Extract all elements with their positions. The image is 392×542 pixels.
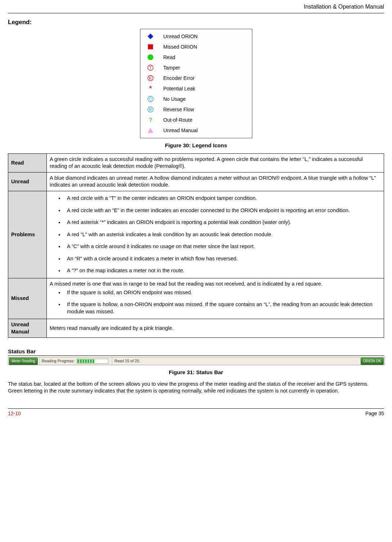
row-desc: A missed meter is one that was in range … xyxy=(47,278,384,319)
separator-icon xyxy=(39,357,40,365)
manual-title: Installation & Operation Manual xyxy=(304,4,384,10)
table-row: Missed A missed meter is one that was in… xyxy=(8,278,384,319)
legend-label: Missed ORION xyxy=(157,44,197,50)
legend-label: Unread ORION xyxy=(157,33,198,40)
list-item: If the square is solid, an ORION endpoin… xyxy=(64,289,381,296)
list-item: A red circle with an “E” in the center i… xyxy=(64,207,381,214)
legend-row: Missed ORION xyxy=(144,42,248,52)
pink-triangle-icon xyxy=(144,127,157,133)
row-desc: Meters read manually are indicated by a … xyxy=(47,319,384,338)
page-header: Installation & Operation Manual xyxy=(8,0,384,13)
asterisk-icon: * xyxy=(144,86,157,91)
legend-row: R Reverse Flow xyxy=(144,104,248,115)
svg-text:*: * xyxy=(149,86,152,91)
legend-label: No Usage xyxy=(157,96,186,103)
svg-marker-13 xyxy=(148,128,153,133)
red-square-icon xyxy=(144,44,157,50)
row-desc: A blue diamond indicates an unread meter… xyxy=(47,172,384,191)
list-item: A “C” with a circle around it indicates … xyxy=(64,243,381,250)
row-label: Read xyxy=(8,153,47,172)
figure-30-caption: Figure 30: Legend Icons xyxy=(8,142,384,149)
table-row: Problems A red circle with a “T” in the … xyxy=(8,191,384,278)
list-item: A “?” on the map indicates a meter not i… xyxy=(64,267,381,274)
figure-31-caption: Figure 31: Status Bar xyxy=(8,369,384,376)
separator-icon xyxy=(112,357,113,365)
list-item: A red circle with a “T” in the center in… xyxy=(64,195,381,202)
legend-label: Unread Manual xyxy=(157,127,198,134)
row-desc: A red circle with a “T” in the center in… xyxy=(47,191,384,278)
row-label: Missed xyxy=(8,278,47,319)
legend-figure: Unread ORION Missed ORION Read T Tamper … xyxy=(8,29,384,138)
svg-rect-1 xyxy=(148,44,153,49)
svg-text:R: R xyxy=(149,107,152,112)
svg-text:C: C xyxy=(149,97,152,101)
progress-text: Read 15 of 25 xyxy=(114,358,139,364)
svg-text:E: E xyxy=(149,76,152,80)
row-intro: A missed meter is one that was in range … xyxy=(50,281,323,287)
legend-label: Reverse Flow xyxy=(157,106,194,113)
list-item: An “R” with a circle around it indicates… xyxy=(64,255,381,263)
legend-row: T Tamper xyxy=(144,63,248,73)
green-circle-icon xyxy=(144,54,157,61)
legend-row: E Encoder Error xyxy=(144,73,248,84)
legend-label: Potential Leak xyxy=(157,85,195,92)
no-usage-c-icon: C xyxy=(144,96,157,102)
svg-text:?: ? xyxy=(149,117,152,123)
row-label: Unread xyxy=(8,172,47,191)
status-bar-paragraph: The status bar, located at the bottom of… xyxy=(8,381,384,395)
row-label: Unread Manual xyxy=(8,319,47,338)
legend-row: Read xyxy=(144,52,248,63)
meter-reading-chip: Meter Reading xyxy=(9,358,38,365)
page-footer: 12-10 Page 35 xyxy=(8,408,384,417)
legend-label: Out-of-Route xyxy=(157,117,193,124)
orion-ok-chip: ORION OK xyxy=(361,358,384,365)
legend-box: Unread ORION Missed ORION Read T Tamper … xyxy=(140,29,252,138)
table-row: Unread A blue diamond indicates an unrea… xyxy=(8,172,384,191)
list-item: A red asterisk “*” indicates an ORION en… xyxy=(64,219,381,226)
row-label: Problems xyxy=(8,191,47,278)
encoder-e-icon: E xyxy=(144,75,157,81)
table-row: Unread Manual Meters read manually are i… xyxy=(8,319,384,338)
legend-definitions-table: Read A green circle indicates a successf… xyxy=(8,153,384,338)
legend-row: Unread ORION xyxy=(144,31,248,42)
footer-left: 12-10 xyxy=(8,410,21,417)
svg-text:T: T xyxy=(149,66,152,70)
status-bar: Meter Reading Reading Progress: Read 15 … xyxy=(8,357,385,365)
table-row: Read A green circle indicates a successf… xyxy=(8,153,384,172)
svg-marker-0 xyxy=(148,33,153,39)
legend-row: ? Out-of-Route xyxy=(144,115,248,125)
reverse-r-icon: R xyxy=(144,106,157,113)
blue-diamond-icon xyxy=(144,33,157,40)
footer-right: Page 35 xyxy=(365,410,384,417)
progress-bar xyxy=(77,359,108,364)
legend-row: C No Usage xyxy=(144,94,248,104)
progress-label: Reading Progress: xyxy=(42,358,75,364)
legend-label: Encoder Error xyxy=(157,75,195,82)
legend-heading: Legend: xyxy=(8,18,384,27)
legend-row: Unread Manual xyxy=(144,125,248,136)
legend-label: Read xyxy=(157,54,175,61)
status-bar-heading: Status Bar xyxy=(8,348,384,356)
legend-label: Tamper xyxy=(157,64,180,71)
question-icon: ? xyxy=(144,117,157,123)
row-desc: A green circle indicates a successful re… xyxy=(47,153,384,172)
list-item: A red “L” with an asterisk indicates a l… xyxy=(64,231,381,238)
svg-point-2 xyxy=(148,54,153,60)
legend-row: * Potential Leak xyxy=(144,84,248,94)
list-item: If the square is hollow, a non-ORION end… xyxy=(64,301,381,315)
tamper-t-icon: T xyxy=(144,64,157,71)
